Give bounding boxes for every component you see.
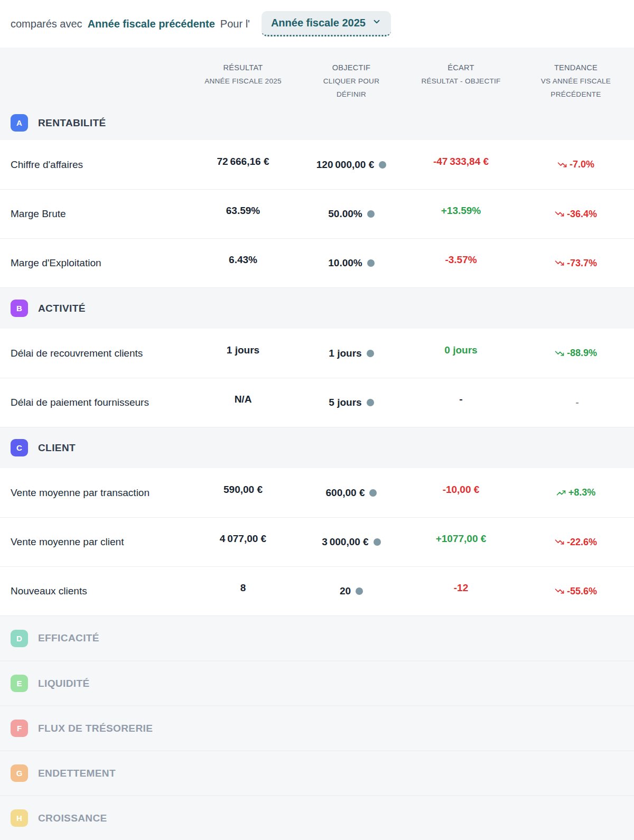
- trend-value: -73.7%: [567, 258, 597, 269]
- trend-value: -36.4%: [567, 209, 597, 220]
- trend-cell: -: [518, 397, 634, 408]
- trend-value: -7.0%: [570, 159, 594, 170]
- result-cell: 63.59%: [188, 208, 299, 220]
- objective-cell[interactable]: 3 000,00 €: [299, 536, 404, 548]
- section-header-endettement[interactable]: G ENDETTEMENT: [0, 750, 634, 795]
- column-headers: RÉSULTAT ANNÉE FISCALE 2025 OBJECTIF CLI…: [0, 48, 634, 106]
- column-resultat-subtitle: ANNÉE FISCALE 2025: [188, 74, 299, 88]
- objective-cell[interactable]: 50.00%: [299, 208, 404, 220]
- column-objectif-subtitle: CLIQUER POUR DÉFINIR: [314, 74, 388, 101]
- gap-value: +1077,00 €: [436, 533, 487, 545]
- metric-row-chiffre-affaires: Chiffre d'affaires 72 666,16 € 120 000,0…: [0, 140, 634, 189]
- objective-cell[interactable]: 20: [299, 585, 404, 597]
- result-cell: 590,00 €: [188, 487, 299, 499]
- objective-status-dot: [374, 538, 381, 546]
- section-header-liquidite[interactable]: E LIQUIDITÉ: [0, 660, 634, 705]
- objective-cell[interactable]: 10.00%: [299, 257, 404, 269]
- section-header-client[interactable]: C CLIENT: [0, 427, 634, 468]
- trend-value: -22.6%: [567, 537, 597, 548]
- section-badge-c: C: [11, 439, 28, 456]
- section-header-efficacite[interactable]: D EFFICACITÉ: [0, 615, 634, 660]
- fiscal-year-label: Année fiscale 2025: [271, 17, 366, 29]
- trend-direction-icon: [555, 258, 564, 268]
- column-resultat-title: RÉSULTAT: [188, 61, 299, 74]
- objective-cell[interactable]: 5 jours: [299, 397, 404, 408]
- trend-group: -: [573, 397, 579, 408]
- section-title-flux-tresorerie: FLUX DE TRÉSORERIE: [38, 723, 153, 734]
- gap-value: -12: [454, 582, 468, 594]
- gap-cell: -47 333,84 €: [404, 159, 518, 171]
- section-badge-b: B: [11, 300, 28, 317]
- metric-label: Délai de recouvrement clients: [0, 348, 188, 359]
- gap-value: 0 jours: [444, 344, 477, 356]
- trend-value: -88.9%: [567, 348, 597, 359]
- section-badge-g: G: [11, 764, 28, 782]
- objective-value: 3 000,00 €: [322, 536, 368, 548]
- trend-cell: -73.7%: [518, 258, 634, 269]
- section-header-flux-tresorerie[interactable]: F FLUX DE TRÉSORERIE: [0, 705, 634, 750]
- result-value: 8: [240, 582, 246, 594]
- gap-value: -47 333,84 €: [433, 156, 489, 167]
- section-title-croissance: CROISSANCE: [38, 813, 107, 824]
- trend-group: -73.7%: [555, 258, 597, 269]
- trend-group: -7.0%: [557, 159, 594, 170]
- section-badge-h: H: [11, 809, 28, 827]
- objective-status-dot: [367, 210, 375, 218]
- section-header-activite[interactable]: B ACTIVITÉ: [0, 287, 634, 329]
- objective-cell[interactable]: 1 jours: [299, 348, 404, 359]
- table-header-band: RÉSULTAT ANNÉE FISCALE 2025 OBJECTIF CLI…: [0, 48, 634, 140]
- column-tendance-title: TENDANCE: [518, 61, 634, 74]
- objective-cell[interactable]: 120 000,00 €: [299, 159, 404, 171]
- gap-cell: -: [404, 397, 518, 408]
- section-title-liquidite: LIQUIDITÉ: [38, 678, 90, 689]
- metric-row-delai-recouvrement: Délai de recouvrement clients 1 jours 1 …: [0, 329, 634, 378]
- metric-row-delai-paiement: Délai de paiement fournisseurs N/A 5 jou…: [0, 378, 634, 427]
- trend-cell: -36.4%: [518, 209, 634, 220]
- section-client-rows: Vente moyenne par transaction 590,00 € 6…: [0, 468, 634, 615]
- trend-value: -55.6%: [567, 586, 597, 597]
- gap-value: -3.57%: [445, 254, 477, 266]
- result-value: 72 666,16 €: [217, 156, 269, 167]
- objective-value: 20: [340, 585, 351, 597]
- column-objectif: OBJECTIF CLIQUER POUR DÉFINIR: [299, 61, 404, 101]
- metric-row-nouveaux-clients: Nouveaux clients 8 20 -12 -55.6%: [0, 566, 634, 615]
- column-tendance: TENDANCE VS ANNÉE FISCALE PRÉCÉDENTE: [518, 61, 634, 101]
- column-ecart-subtitle: RÉSULTAT - OBJECTIF: [404, 74, 518, 88]
- section-title-endettement: ENDETTEMENT: [38, 768, 116, 779]
- trend-cell: -7.0%: [518, 159, 634, 170]
- gap-cell: -10,00 €: [404, 487, 518, 499]
- column-tendance-subtitle: VS ANNÉE FISCALE PRÉCÉDENTE: [530, 74, 622, 101]
- objective-cell[interactable]: 600,00 €: [299, 487, 404, 499]
- objective-value: 1 jours: [329, 348, 361, 359]
- metric-row-vente-client: Vente moyenne par client 4 077,00 € 3 00…: [0, 517, 634, 566]
- trend-cell: -88.9%: [518, 348, 634, 359]
- toolbar: comparés avec Année fiscale précédente P…: [0, 0, 634, 48]
- trend-direction-icon: [556, 488, 566, 498]
- gap-cell: +1077,00 €: [404, 536, 518, 548]
- section-rentabilite-rows: Chiffre d'affaires 72 666,16 € 120 000,0…: [0, 140, 634, 287]
- gap-cell: +13.59%: [404, 208, 518, 220]
- gap-cell: 0 jours: [404, 348, 518, 359]
- metric-label: Délai de paiement fournisseurs: [0, 397, 188, 408]
- section-title-client: CLIENT: [38, 442, 76, 454]
- objective-status-dot: [379, 161, 386, 169]
- result-value: 6.43%: [229, 254, 257, 266]
- column-resultat: RÉSULTAT ANNÉE FISCALE 2025: [188, 61, 299, 88]
- trend-group: -22.6%: [555, 537, 597, 548]
- trend-group: -36.4%: [555, 209, 597, 220]
- section-title-activite: ACTIVITÉ: [38, 303, 86, 314]
- metric-row-vente-transaction: Vente moyenne par transaction 590,00 € 6…: [0, 468, 634, 517]
- section-header-croissance[interactable]: H CROISSANCE: [0, 795, 634, 840]
- trend-group: -88.9%: [555, 348, 597, 359]
- result-value: 1 jours: [227, 344, 259, 356]
- metric-label: Marge Brute: [0, 208, 188, 220]
- fiscal-year-dropdown[interactable]: Année fiscale 2025: [262, 11, 391, 36]
- metric-label: Marge d'Exploitation: [0, 257, 188, 269]
- section-header-rentabilite[interactable]: A RENTABILITÉ: [0, 106, 634, 140]
- result-cell: 72 666,16 €: [188, 159, 299, 171]
- trend-value: -: [576, 397, 579, 408]
- section-badge-e: E: [11, 675, 28, 692]
- comparison-period-selector[interactable]: Année fiscale précédente: [88, 18, 215, 30]
- column-objectif-title: OBJECTIF: [299, 61, 404, 74]
- objective-value: 10.00%: [328, 257, 362, 269]
